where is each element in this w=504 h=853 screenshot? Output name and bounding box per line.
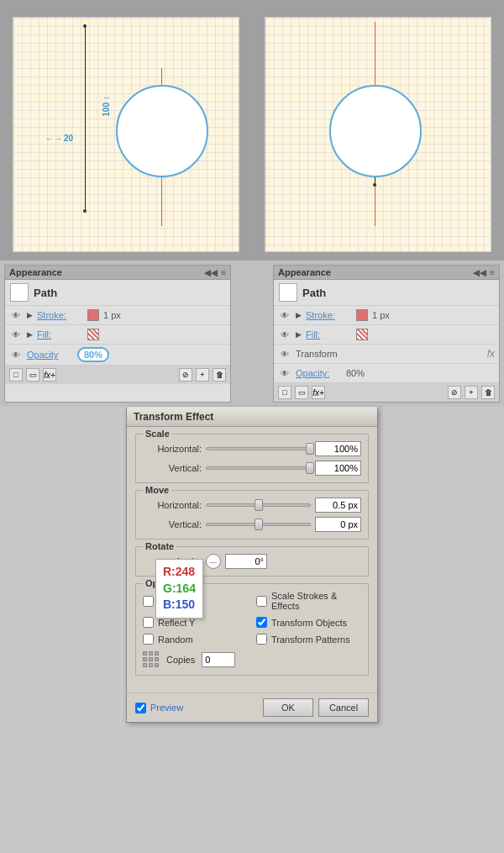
reflect-y-checkbox[interactable] <box>143 617 154 628</box>
stroke-value-left: 1 px <box>103 310 121 320</box>
reflect-y-row: Reflect Y <box>143 617 248 628</box>
footer-icon-fx-right[interactable]: fx+ <box>312 386 325 399</box>
arrow-fill-left[interactable]: ▶ <box>27 330 33 339</box>
reflect-x-checkbox[interactable] <box>143 596 154 607</box>
move-v-slider[interactable] <box>206 523 311 526</box>
stroke-swatch-left[interactable] <box>87 309 99 321</box>
panel-icons-left: ◀◀ ≡ <box>204 268 226 277</box>
vertical-line-1 <box>85 24 86 209</box>
canvas-inner-1: ←→ 20 100 ↕ <box>13 17 239 252</box>
angle-dial[interactable]: — <box>206 554 221 569</box>
eye-fill-left[interactable]: 👁 <box>9 328 23 341</box>
collapse-icon-left[interactable]: ◀◀ <box>204 268 218 277</box>
transform-label-right[interactable]: Transform <box>296 349 483 359</box>
footer-icon-fx-left[interactable]: fx+ <box>43 368 56 382</box>
path-header-left: Path <box>5 280 230 306</box>
arrow-stroke-left[interactable]: ▶ <box>27 311 33 319</box>
opacity-row-left: 👁 Opacity 80% <box>5 345 230 366</box>
transform-row-right: 👁 Transform fx <box>274 345 499 364</box>
measure-20: ←→ 20 <box>45 134 73 143</box>
opacity-label-left[interactable]: Opacity <box>27 350 73 360</box>
eye-transform-right[interactable]: 👁 <box>278 347 291 361</box>
eye-opacity-right[interactable]: 👁 <box>278 366 291 380</box>
move-v-input[interactable] <box>315 517 361 532</box>
ok-button[interactable]: OK <box>263 698 313 717</box>
footer-icon-trash-right[interactable]: 🗑 <box>481 386 495 399</box>
opacity-value-right: 80% <box>346 368 365 378</box>
fill-label-left[interactable]: Fill: <box>37 329 83 340</box>
preview-checkbox[interactable] <box>135 703 146 713</box>
scale-strokes-checkbox[interactable] <box>256 596 267 607</box>
dot-top-1 <box>83 24 87 28</box>
footer-icon-square-left[interactable]: □ <box>9 368 23 382</box>
fill-swatch-left[interactable] <box>87 329 99 340</box>
scale-h-input[interactable] <box>315 441 361 456</box>
transform-patterns-checkbox[interactable] <box>256 634 267 645</box>
move-h-slider[interactable] <box>206 503 311 507</box>
rgb-tooltip: R:248 G:164 B:150 <box>155 559 203 619</box>
scale-h-row: Horizontal: <box>143 441 361 456</box>
transform-objects-row: Transform Objects <box>256 617 361 628</box>
footer-icon-eye-right[interactable]: ⊘ <box>448 386 461 399</box>
transform-objects-checkbox[interactable] <box>256 617 267 628</box>
eye-opacity-left[interactable]: 👁 <box>9 348 23 361</box>
move-label: Move <box>143 485 171 495</box>
eye-stroke-left[interactable]: 👁 <box>9 308 23 322</box>
scale-v-slider[interactable] <box>206 466 311 470</box>
scale-v-label: Vertical: <box>143 463 202 473</box>
stroke-label-left[interactable]: Stroke: <box>37 310 83 320</box>
move-v-label: Vertical: <box>143 519 202 529</box>
footer-icon-plus-right[interactable]: + <box>465 386 478 399</box>
path-title-left: Path <box>34 287 57 299</box>
footer-icon-trash-left[interactable]: 🗑 <box>213 368 226 382</box>
stroke-label-right[interactable]: Stroke: <box>306 310 352 320</box>
scale-v-input[interactable] <box>315 461 361 476</box>
collapse-icon-right[interactable]: ◀◀ <box>473 268 486 277</box>
stroke-swatch-right[interactable] <box>356 309 368 321</box>
footer-icon-rect-right[interactable]: ▭ <box>295 386 308 399</box>
panel-icons-right: ◀◀ ≡ <box>473 268 495 277</box>
move-h-input[interactable] <box>315 498 361 513</box>
fx-label-right: fx <box>487 348 495 360</box>
dialog-title: Transform Effect <box>134 411 213 423</box>
dot-bottom-2 <box>373 183 376 187</box>
scale-strokes-label: Scale Strokes & Effects <box>271 591 361 611</box>
footer-icon-eye-left[interactable]: ⊘ <box>179 368 192 382</box>
panel-footer-right: □ ▭ fx+ ⊘ + 🗑 <box>274 383 499 402</box>
panel-titlebar-right: Appearance ◀◀ ≡ <box>274 266 499 280</box>
menu-icon-right[interactable]: ≡ <box>490 268 495 277</box>
footer-icon-square-right[interactable]: □ <box>278 386 291 399</box>
copies-dot-7 <box>143 663 147 667</box>
copies-input[interactable] <box>202 652 235 667</box>
fill-row-right: 👁 ▶ Fill: <box>274 325 499 345</box>
appearance-panels-row: Appearance ◀◀ ≡ Path 👁 ▶ Stroke: 1 px 👁 … <box>0 261 504 407</box>
opacity-badge-left[interactable]: 80% <box>77 347 109 362</box>
preview-row: Preview <box>135 703 183 713</box>
eye-fill-right[interactable]: 👁 <box>278 328 291 341</box>
footer-icon-plus-left[interactable]: + <box>196 368 209 382</box>
scale-h-slider[interactable] <box>206 447 311 450</box>
fill-label-right[interactable]: Fill: <box>306 329 352 340</box>
canvas-panel-2: 2 <box>252 0 504 261</box>
path-swatch-right <box>279 283 297 302</box>
eye-stroke-right[interactable]: 👁 <box>278 308 291 322</box>
dialog-wrapper: Transform Effect Scale Horizontal: Verti… <box>0 407 504 740</box>
copies-dot-8 <box>149 663 153 667</box>
fill-swatch-right[interactable] <box>356 329 368 340</box>
fill-row-left: 👁 ▶ Fill: <box>5 325 230 345</box>
path-title-right: Path <box>302 287 326 299</box>
angle-input[interactable] <box>225 554 267 569</box>
transform-patterns-row: Transform Patterns <box>256 634 361 645</box>
menu-icon-left[interactable]: ≡ <box>221 268 226 277</box>
arrow-fill-right[interactable]: ▶ <box>296 330 302 339</box>
cancel-button[interactable]: Cancel <box>318 698 369 717</box>
rotate-label: Rotate <box>143 541 176 551</box>
arrow-stroke-right[interactable]: ▶ <box>296 311 302 319</box>
random-checkbox[interactable] <box>143 634 154 645</box>
transform-patterns-label: Transform Patterns <box>271 634 350 645</box>
footer-icon-rect-left[interactable]: ▭ <box>26 368 39 382</box>
random-label: Random <box>158 634 193 645</box>
canvas-inner-2 <box>265 17 491 252</box>
copies-icon <box>143 651 160 668</box>
copies-label: Copies <box>166 655 195 665</box>
